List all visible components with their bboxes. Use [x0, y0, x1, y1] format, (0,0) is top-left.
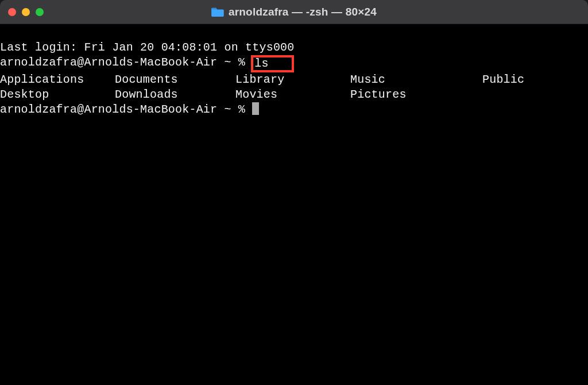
list-item: Library [235, 72, 350, 87]
list-item: Pictures [350, 87, 482, 102]
list-item: Desktop [0, 87, 115, 102]
prompt-line-1: arnoldzafra@Arnolds-MacBook-Air ~ % ls [0, 55, 588, 72]
list-item: Public [482, 72, 574, 87]
list-item [482, 87, 574, 102]
list-item: Documents [115, 72, 235, 87]
window-title-bar: arnoldzafra — -zsh — 80×24 [0, 0, 588, 24]
prompt-prefix: arnoldzafra@Arnolds-MacBook-Air ~ % [0, 103, 252, 116]
list-item: Downloads [115, 87, 235, 102]
folder-icon [211, 7, 224, 17]
command-text: ls [254, 57, 268, 70]
window-title: arnoldzafra — -zsh — 80×24 [229, 6, 377, 18]
cursor [252, 102, 259, 115]
minimize-window-button[interactable] [22, 8, 30, 16]
prompt-line-2: arnoldzafra@Arnolds-MacBook-Air ~ % [0, 102, 588, 117]
directory-listing: ApplicationsDocumentsLibraryMusicPublicD… [0, 72, 588, 102]
terminal-output[interactable]: Last login: Fri Jan 20 04:08:01 on ttys0… [0, 24, 588, 385]
close-window-button[interactable] [8, 8, 16, 16]
list-item: Movies [235, 87, 350, 102]
title-center: arnoldzafra — -zsh — 80×24 [211, 6, 377, 18]
maximize-window-button[interactable] [36, 8, 44, 16]
prompt-prefix: arnoldzafra@Arnolds-MacBook-Air ~ % [0, 56, 252, 69]
list-item: Applications [0, 72, 115, 87]
traffic-lights [8, 8, 44, 16]
command-highlight: ls [251, 55, 294, 72]
last-login-line: Last login: Fri Jan 20 04:08:01 on ttys0… [0, 40, 588, 55]
list-item: Music [350, 72, 482, 87]
